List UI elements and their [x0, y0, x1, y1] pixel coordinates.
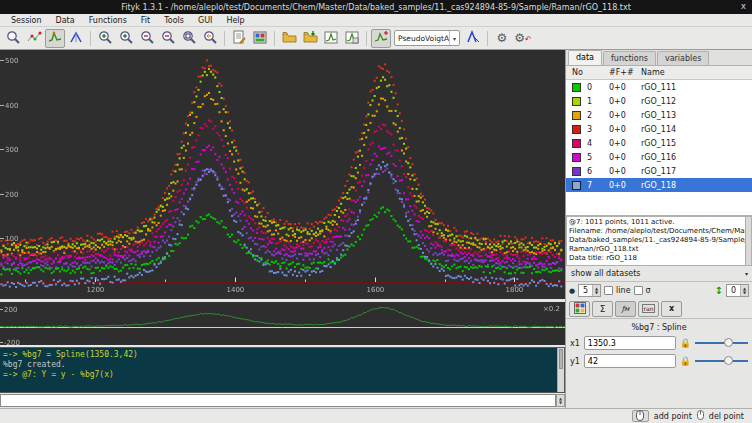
dataset-row[interactable]: 6 0+0 rGO_117 — [566, 164, 752, 178]
dataset-row[interactable]: 0 0+0 rGO_111 — [566, 80, 752, 94]
chevron-down-icon: ▾ — [449, 31, 459, 45]
info-line: Data title: rGO_118 — [569, 254, 743, 263]
function-type-dropdown[interactable]: PseudoVoigtA ▾ — [394, 30, 460, 46]
scrollbar-thumb[interactable] — [559, 349, 563, 369]
open-file-button[interactable] — [279, 29, 299, 48]
sum-button[interactable]: Σ — [592, 301, 613, 317]
run-fit-button[interactable]: ⚙ — [492, 29, 512, 48]
dataset-row[interactable]: 4 0+0 rGO_115 — [566, 136, 752, 150]
main-plot-canvas[interactable] — [0, 50, 565, 299]
shift-value: 0 — [727, 285, 740, 296]
command-history-spinner[interactable]: ▲▼ — [556, 394, 565, 407]
baseline-toolbar: Σ ƒᴍ ran x — [566, 299, 752, 319]
dataset-row[interactable]: 1 0+0 rGO_112 — [566, 94, 752, 108]
edit-script-button[interactable] — [229, 29, 249, 48]
sigma-checkbox[interactable] — [634, 286, 643, 295]
data-table-button[interactable] — [569, 301, 590, 317]
add-peak-button[interactable] — [463, 29, 483, 48]
function-mode-button[interactable] — [45, 29, 65, 48]
info-scrollbar[interactable] — [745, 217, 751, 265]
menu-gui[interactable]: GUI — [191, 15, 219, 26]
session-log-button[interactable] — [250, 29, 270, 48]
command-input[interactable] — [0, 394, 556, 407]
close-icon: x — [669, 304, 674, 313]
dataset-func-count: 0+0 — [606, 111, 638, 120]
menubar: Session Data Functions Fit Tools GUI Hel… — [0, 14, 752, 27]
menu-functions[interactable]: Functions — [82, 15, 134, 26]
undo-fit-button[interactable]: ⚙↶ — [513, 29, 533, 48]
green-curve-icon — [48, 30, 63, 47]
y1-slider[interactable] — [695, 355, 748, 367]
zoom-previous-button[interactable] — [200, 29, 220, 48]
sidebar-tabs: data functions variables — [566, 50, 752, 66]
show-datasets-dropdown[interactable]: show all datasets ▾ — [566, 266, 752, 282]
data-range-mode-button[interactable] — [24, 29, 44, 48]
zoom-all-button[interactable] — [179, 29, 199, 48]
delete-function-button[interactable]: x — [661, 301, 682, 317]
tab-variables[interactable]: variables — [657, 51, 709, 65]
x1-field[interactable] — [584, 336, 676, 350]
dataset-no: 6 — [584, 167, 592, 176]
zoom-out-y-button[interactable] — [158, 29, 178, 48]
mouse-icon — [697, 410, 704, 422]
zoom-mode-button[interactable] — [3, 29, 23, 48]
dataset-no: 2 — [584, 111, 592, 120]
magnifier-all-icon — [182, 30, 197, 47]
zoom-out-button[interactable] — [137, 29, 157, 48]
info-line: Filename: /home/aleplo/test/Documents/Ch… — [569, 227, 743, 236]
dataset-func-count: 0+0 — [606, 181, 638, 190]
spinner-arrows-icon[interactable]: ▲▼ — [592, 285, 600, 296]
y1-field[interactable] — [584, 354, 676, 368]
dataset-name: rGO_111 — [638, 83, 752, 92]
zoom-in-button[interactable] — [95, 29, 115, 48]
print-plot-button[interactable] — [342, 29, 362, 48]
save-session-button[interactable] — [300, 29, 320, 48]
mouse-left-hint: add point — [654, 412, 692, 421]
dataset-row-selected[interactable]: 7 0+0 rGO_118 — [566, 178, 752, 192]
lock-icon[interactable]: 🔒 — [680, 338, 691, 348]
spinner-arrows-icon[interactable]: ▲▼ — [740, 285, 748, 296]
rename-button[interactable]: ran — [638, 301, 659, 317]
menu-session[interactable]: Session — [4, 15, 49, 26]
close-window-button[interactable]: x — [741, 1, 746, 11]
dataset-row[interactable]: 5 0+0 rGO_116 — [566, 150, 752, 164]
show-datasets-value: show all datasets — [571, 269, 641, 278]
dataset-name: rGO_112 — [638, 97, 752, 106]
export-plot-button[interactable] — [321, 29, 341, 48]
console-scrollbar[interactable] — [557, 348, 564, 392]
statusbar: add point del point — [0, 408, 752, 423]
magnifier-plus-icon — [119, 30, 134, 47]
dataset-no: 4 — [584, 139, 592, 148]
tab-functions[interactable]: functions — [603, 51, 656, 65]
window-title: Fityk 1.3.1 - /home/aleplo/test/Document… — [121, 3, 631, 12]
slider-thumb[interactable] — [724, 338, 733, 347]
main-area: =-> %bg7 = Spline(1350.3,42) %bg7 create… — [0, 50, 752, 408]
mouse-right-hint: del point — [709, 412, 744, 421]
x1-slider[interactable] — [695, 337, 748, 349]
formula-button[interactable]: ƒᴍ — [615, 301, 636, 317]
point-size-value: 5 — [579, 285, 592, 296]
aux-plot[interactable] — [0, 302, 565, 345]
lock-icon[interactable]: 🔒 — [680, 356, 691, 366]
mouse-config-button[interactable] — [632, 410, 649, 422]
info-line: @7: 1011 points, 1011 active. — [569, 218, 743, 227]
main-plot[interactable] — [0, 50, 565, 299]
menu-fit[interactable]: Fit — [134, 15, 157, 26]
point-size-spinner[interactable]: 5 ▲▼ — [578, 284, 601, 297]
tab-data[interactable]: data — [568, 50, 602, 65]
zoom-in-x-button[interactable] — [116, 29, 136, 48]
dataset-row[interactable]: 3 0+0 rGO_114 — [566, 122, 752, 136]
shift-spinner[interactable]: 0 ▲▼ — [726, 284, 749, 297]
auto-add-peak-button[interactable] — [371, 29, 391, 48]
toolbar-separator — [224, 31, 225, 46]
mouse-icon — [636, 410, 644, 423]
line-checkbox[interactable] — [604, 286, 613, 295]
menu-tools[interactable]: Tools — [157, 15, 191, 26]
menu-help[interactable]: Help — [219, 15, 251, 26]
chart-box-icon — [324, 30, 339, 47]
aux-plot-canvas[interactable] — [0, 302, 565, 345]
menu-data[interactable]: Data — [49, 15, 82, 26]
slider-thumb[interactable] — [724, 356, 733, 365]
peak-drag-mode-button[interactable] — [66, 29, 86, 48]
dataset-row[interactable]: 2 0+0 rGO_113 — [566, 108, 752, 122]
